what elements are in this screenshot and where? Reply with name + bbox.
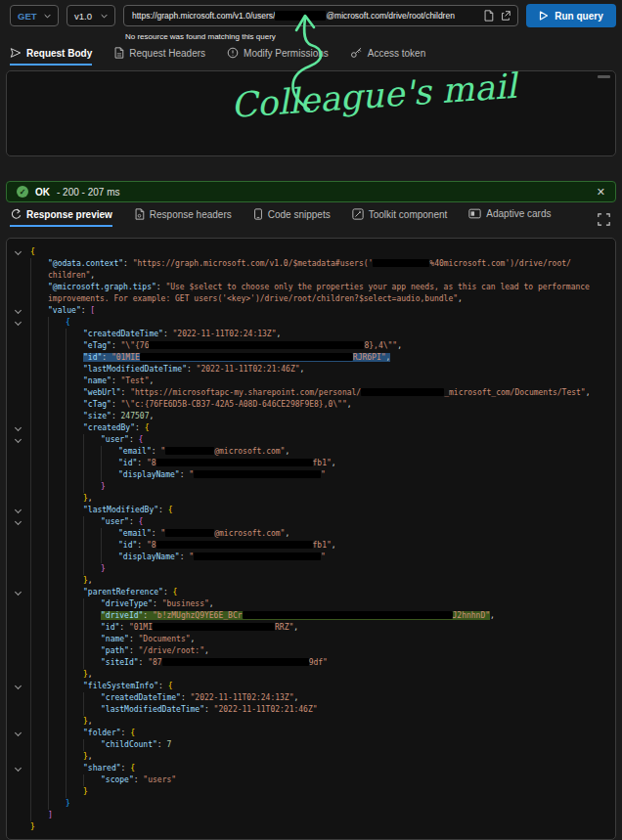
collapse-chevron-icon[interactable] — [15, 248, 22, 255]
gutter — [7, 598, 30, 610]
method-dropdown[interactable]: GET — [10, 5, 59, 26]
tab-request-headers[interactable]: Request Headers — [113, 47, 205, 64]
code-line: { — [7, 317, 615, 329]
code-line: "lastModifiedDateTime": "2022-11-11T02:2… — [7, 364, 615, 376]
redaction-box — [275, 11, 326, 21]
gutter — [7, 751, 30, 763]
code-line: "user": { — [7, 434, 615, 446]
gutter — [7, 505, 30, 516]
tab-code-snippets[interactable]: Code snippets — [253, 208, 331, 225]
request-body-editor[interactable] — [6, 70, 616, 156]
code-line: "siteId": "879df" — [7, 657, 615, 669]
code-line: "user": { — [7, 516, 615, 528]
tab-request-body[interactable]: Request Body — [10, 47, 92, 66]
redaction-box — [162, 658, 309, 666]
collapse-chevron-icon[interactable] — [15, 424, 22, 431]
gutter — [7, 798, 30, 810]
gutter — [7, 270, 30, 282]
code-line: }, — [7, 751, 615, 763]
redaction-box — [373, 259, 429, 267]
code-line: { — [7, 246, 615, 258]
code-line: "createdDateTime": "2022-11-11T02:24:13Z… — [7, 692, 615, 704]
run-query-button[interactable]: Run query — [526, 4, 616, 27]
query-hint-text: No resource was found matching this quer… — [125, 32, 276, 41]
gutter — [7, 716, 30, 728]
gutter — [7, 411, 30, 422]
collapse-chevron-icon[interactable] — [15, 518, 22, 525]
gutter — [7, 528, 30, 540]
gutter — [7, 552, 30, 563]
document-icon[interactable] — [483, 10, 494, 22]
collapse-chevron-icon[interactable] — [15, 507, 22, 513]
gutter — [7, 704, 30, 716]
collapse-chevron-icon[interactable] — [15, 729, 22, 736]
shield-icon — [227, 47, 239, 59]
request-tabs: Request Body Request Headers Modify Perm… — [10, 47, 425, 66]
tab-access-token[interactable]: Access token — [350, 47, 425, 64]
run-query-label: Run query — [555, 11, 602, 22]
code-line: "lastModifiedBy": { — [7, 505, 615, 516]
send-icon — [10, 47, 22, 59]
collapse-chevron-icon[interactable] — [15, 683, 22, 689]
tab-adaptive-cards[interactable]: Adaptive cards — [468, 208, 551, 224]
code-line: "displayName": "" — [7, 552, 615, 563]
gutter — [7, 446, 30, 458]
code-line: "size": 247507, — [7, 411, 615, 422]
code-area: {"@odata.context": "https://graph.micros… — [7, 239, 615, 833]
tab-response-headers[interactable]: Response headers — [134, 208, 232, 225]
version-dropdown[interactable]: v1.0 — [67, 5, 115, 26]
close-icon[interactable]: ✕ — [597, 186, 605, 199]
code-line: "cTag": "\"c:{76FE6D5B-CB37-42A5-A08D-64… — [7, 399, 615, 411]
share-icon[interactable] — [500, 10, 511, 22]
code-line: "email": "@microsoft.com", — [7, 528, 615, 540]
gutter — [7, 434, 30, 446]
gutter — [7, 692, 30, 704]
expand-icon[interactable] — [598, 213, 610, 226]
redaction-box — [243, 611, 453, 619]
code-line: }, — [7, 669, 615, 681]
redaction-box — [156, 541, 313, 549]
response-viewer[interactable]: {"@odata.context": "https://graph.micros… — [6, 238, 616, 840]
gutter — [7, 774, 30, 786]
code-line: "id": "8fb1", — [7, 458, 615, 469]
collapse-chevron-icon[interactable] — [15, 307, 22, 314]
gutter — [7, 422, 30, 434]
gutter — [7, 305, 30, 317]
gutter — [7, 329, 30, 340]
method-label: GET — [18, 11, 37, 22]
tab-toolkit-component[interactable]: Toolkit component — [352, 208, 448, 225]
redaction-box — [361, 388, 444, 396]
scrollbar-handle[interactable] — [598, 75, 610, 78]
url-text: https://graph.microsoft.com/v1.0/users/@… — [132, 11, 479, 21]
collapse-chevron-icon[interactable] — [15, 765, 22, 772]
redaction-box — [153, 623, 275, 631]
tab-response-preview[interactable]: Response preview — [10, 208, 112, 227]
code-line: } — [7, 798, 615, 810]
tab-modify-permissions[interactable]: Modify Permissions — [227, 47, 329, 64]
redaction-box — [194, 553, 321, 560]
gutter — [7, 575, 30, 587]
status-banner: ✓ OK - 200 - 207 ms ✕ — [6, 181, 616, 202]
gutter — [7, 587, 30, 598]
code-line: "driveType": "business", — [7, 598, 615, 610]
collapse-chevron-icon[interactable] — [15, 589, 22, 596]
chevron-down-icon — [101, 13, 108, 20]
code-line: }, — [7, 493, 615, 505]
code-line: children", — [7, 270, 615, 282]
collapse-chevron-icon[interactable] — [15, 436, 22, 443]
code-line: "id": "01MIERJR6PI", — [7, 352, 615, 364]
code-line: "id": "8fb1", — [7, 540, 615, 552]
card-icon — [468, 208, 481, 219]
url-input[interactable]: https://graph.microsoft.com/v1.0/users/@… — [123, 5, 518, 26]
gutter — [7, 458, 30, 469]
code-line: "name": "Documents", — [7, 634, 615, 645]
toolkit-icon — [352, 208, 364, 220]
collapse-chevron-icon[interactable] — [15, 319, 22, 326]
code-line: "createdBy": { — [7, 422, 615, 434]
code-line: "createdDateTime": "2022-11-11T02:24:13Z… — [7, 329, 615, 340]
redaction-box — [156, 459, 313, 466]
redaction-box — [149, 341, 364, 349]
code-line: "value": [ — [7, 305, 615, 317]
gutter — [7, 540, 30, 552]
code-line: "@microsoft.graph.tips": "Use $select to… — [7, 282, 615, 293]
